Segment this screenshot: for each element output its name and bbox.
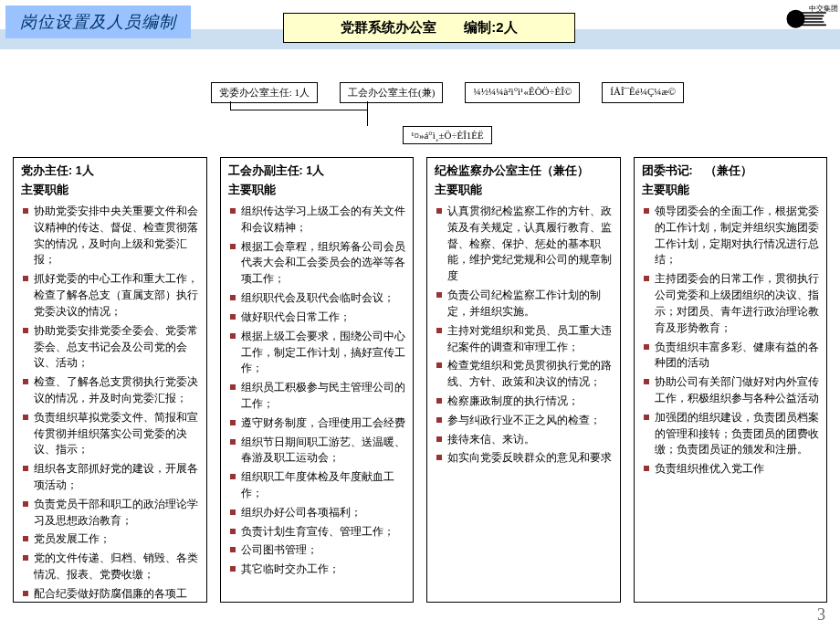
column-3: 团委书记: （兼任）主要职能领导团委会的全面工作，根据党委的工作计划，制定并组织…: [634, 157, 828, 603]
list-item: 抓好党委的中心工作和重大工作，检查了解各总支（直属支部）执行党委决议的情况；: [23, 271, 199, 320]
org-box-0: 党委办公室主任: 1人: [211, 82, 318, 103]
org-box-sub: ¹¤»á°ì¸±Ö÷ÈÎ1ÈË: [403, 126, 492, 144]
list-item: 负责计划生育宣传、管理工作；: [230, 524, 406, 541]
logo-text: 中交集团: [809, 4, 838, 14]
subtitle-box: 党群系统办公室 编制:2人: [283, 13, 575, 43]
duties-list: 领导团委会的全面工作，根据党委的工作计划，制定并组织实施团委工作计划，定期对执行…: [642, 204, 820, 478]
list-item: 党的文件传递、归档、销毁、各类情况、报表、党费收缴；: [23, 551, 199, 583]
list-item: 负责组织推优入党工作: [644, 461, 820, 478]
list-item: 加强团的组织建设，负责团员档案的管理和接转；负责团员的团费收缴；负责团员证的颁发…: [644, 410, 820, 458]
list-item: 参与纠政行业不正之风的检查；: [436, 413, 613, 429]
list-item: 组织办好公司各项福利；: [230, 505, 406, 521]
column-1: 工会办副主任: 1人主要职能组织传达学习上级工会的有关文件和会议精神；根据工会章…: [220, 157, 415, 603]
list-item: 认真贯彻纪检监察工作的方针、政策及有关规定，认真履行教育、监督、检察、保护、惩处…: [436, 204, 613, 285]
column-subtitle: 主要职能: [642, 183, 820, 198]
column-2: 纪检监察办公室主任（兼任）主要职能认真贯彻纪检监察工作的方针、政策及有关规定，认…: [426, 157, 621, 603]
list-item: 组织节日期间职工游艺、送温暖、春游及职工运动会；: [230, 435, 406, 467]
list-item: 主持团委会的日常工作，贯彻执行公司党委和上级团组织的决议、指示；对团员、青年进行…: [644, 271, 820, 336]
list-item: 负责组织草拟党委文件、简报和宣传贯彻并组织落实公司党委的决议、指示；: [23, 410, 199, 458]
list-item: 检查党组织和党员贯彻执行党的路线、方针、政策和决议的情况；: [436, 358, 613, 391]
list-item: 协助公司有关部门做好对内外宣传工作，积极组织参与各种公益活动: [644, 374, 820, 407]
list-item: 负责组织丰富多彩、健康有益的各种团的活动: [644, 340, 820, 373]
column-title: 团委书记: （兼任）: [642, 163, 820, 179]
page-title: 岗位设置及人员编制: [5, 5, 191, 38]
duties-list: 组织传达学习上级工会的有关文件和会议精神；根据工会章程，组织筹备公司会员代表大会…: [228, 204, 406, 578]
list-item: 领导团委会的全面工作，根据党委的工作计划，制定并组织实施团委工作计划，定期对执行…: [644, 204, 820, 268]
list-item: 接待来信、来访。: [436, 432, 613, 448]
list-item: 根据工会章程，组织筹备公司会员代表大会和工会委员会的选举等各项工作；: [230, 239, 406, 288]
list-item: 协助党委安排党委全委会、党委常委会、总支书记会及公司党的会议、活动；: [23, 323, 199, 372]
list-item: 党员发展工作；: [23, 531, 199, 548]
list-item: 其它临时交办工作；: [230, 562, 406, 578]
list-item: 做好职代会日常工作；: [230, 310, 406, 326]
list-item: 负责公司纪检监察工作计划的制定，并组织实施。: [436, 288, 613, 320]
column-title: 工会办副主任: 1人: [228, 163, 406, 179]
list-item: 组织各支部抓好党的建设，开展各项活动；: [23, 461, 199, 494]
org-chart: 党委办公室主任: 1人工会办公室主任(兼)¼½¼¼à²ì°ì¹«ÊÒÖ÷ÈÎ©Í…: [155, 82, 740, 151]
org-box-1: 工会办公室主任(兼): [340, 82, 443, 103]
duties-list: 协助党委安排中央关重要文件和会议精神的传达、督促、检查贯彻落实的情况，及时向上级…: [21, 204, 199, 603]
column-subtitle: 主要职能: [435, 183, 613, 198]
column-title: 党办主任: 1人: [21, 163, 199, 179]
columns-container: 党办主任: 1人主要职能协助党委安排中央关重要文件和会议精神的传达、督促、检查贯…: [13, 157, 827, 603]
list-item: 主持对党组织和党员、员工重大违纪案件的调查和审理工作；: [436, 323, 613, 356]
list-item: 公司图书管理；: [230, 542, 406, 559]
list-item: 遵守财务制度，合理使用工会经费: [230, 415, 406, 432]
column-subtitle: 主要职能: [228, 183, 406, 198]
org-box-2: ¼½¼¼à²ì°ì¹«ÊÒÖ÷ÈÎ©: [465, 82, 580, 103]
column-0: 党办主任: 1人主要职能协助党委安排中央关重要文件和会议精神的传达、督促、检查贯…: [13, 157, 207, 603]
duties-list: 认真贯彻纪检监察工作的方针、政策及有关规定，认真履行教育、监督、检察、保护、惩处…: [435, 204, 613, 467]
list-item: 组织传达学习上级工会的有关文件和会议精神；: [230, 204, 406, 236]
list-item: 检查、了解各总支贯彻执行党委决议的情况，并及时向党委汇报；: [23, 374, 199, 407]
column-title: 纪检监察办公室主任（兼任）: [435, 163, 613, 179]
list-item: 配合纪委做好防腐倡廉的各项工作；: [23, 586, 199, 603]
list-item: 组织职代会及职代会临时会议；: [230, 290, 406, 307]
list-item: 检察廉政制度的执行情况；: [436, 394, 613, 410]
page-number: 3: [817, 605, 825, 625]
org-box-3: ÍÅÎ¯Êé¼Ç¼æ©: [602, 82, 684, 103]
list-item: 协助党委安排中央关重要文件和会议精神的传达、督促、检查贯彻落实的情况，及时向上级…: [23, 204, 199, 268]
list-item: 根据上级工会要求，围绕公司中心工作，制定工作计划，搞好宣传工作；: [230, 329, 406, 377]
column-subtitle: 主要职能: [21, 183, 199, 198]
list-item: 组织职工年度体检及年度献血工作；: [230, 469, 406, 502]
list-item: 负责党员干部和职工的政治理论学习及思想政治教育；: [23, 497, 199, 530]
list-item: 如实向党委反映群众的意见和要求: [436, 450, 613, 467]
list-item: 组织员工积极参与民主管理公司的工作；: [230, 380, 406, 413]
